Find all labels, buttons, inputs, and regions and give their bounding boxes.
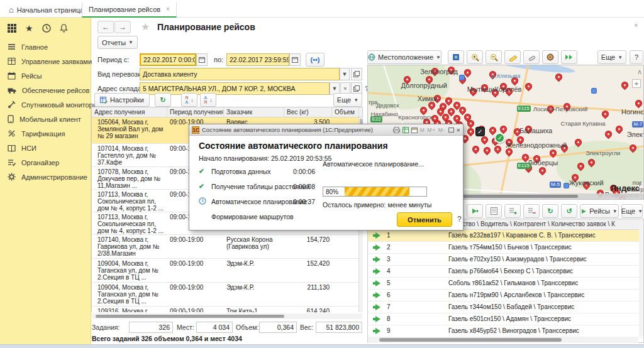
period-to-calendar-icon[interactable] — [289, 53, 301, 66]
vehicles-reload-icon[interactable]: ↺ — [561, 204, 577, 218]
sidebar-item[interactable]: Главное — [0, 40, 91, 54]
sidebar-item[interactable]: Администрирование — [0, 170, 91, 184]
vehicles-more-button[interactable]: Еще▼ — [621, 204, 643, 218]
sidebar-item-label: Обеспечение рейсов — [22, 87, 89, 94]
map-more-button[interactable]: Еще▼ — [597, 50, 626, 64]
sidebar-item[interactable]: Обеспечение рейсов — [0, 83, 91, 97]
form-close-icon[interactable]: × — [634, 21, 638, 29]
column-header-address[interactable]: Адрес получения — [92, 107, 167, 117]
orders-more-button[interactable]: Еще▼ — [333, 93, 362, 107]
trips-button[interactable]: Рейсы▼ — [580, 204, 619, 218]
map-pin-icon[interactable] — [482, 146, 492, 156]
map-pin-icon[interactable] — [603, 129, 613, 139]
map-pin-icon[interactable] — [537, 166, 547, 176]
dialog-help-button[interactable]: ? — [457, 215, 462, 224]
vehicle-row[interactable]: 9 Газель х845ур52 \ Виноградов \ Транссе… — [368, 325, 643, 337]
vehicle-row-number: 3 — [387, 256, 391, 263]
transport-dropdown-icon[interactable]: ▼ — [340, 68, 350, 80]
map-zoom-out-icon[interactable] — [486, 50, 502, 64]
map-help-button[interactable]: ? — [630, 50, 643, 64]
vehicle-row[interactable]: 5 Соболь т861ак52 \ Гильманов \ Транссер… — [368, 278, 643, 290]
sidebar-item[interactable]: Спутниковый мониторинг — [0, 97, 91, 112]
sidebar-item[interactable]: НСИ — [0, 141, 91, 155]
order-table-row[interactable]: 107140, Москва г, Гаврикова ул, дом № 2/… — [92, 235, 362, 259]
map-eraser-icon[interactable] — [523, 50, 540, 64]
sort-descending-icon[interactable]: АЯ↓ — [200, 93, 216, 107]
order-table-row[interactable]: 109316, Москва г, 09:00-19:00 Три Кита-1… — [92, 307, 362, 312]
vehicle-row[interactable]: 2 Газель т754мм150 \ Бычков \ Транссерви… — [368, 242, 643, 254]
map-zoom-plus-icon[interactable]: + — [632, 79, 641, 88]
vehicle-row-text: Газель в232вв197 \ Караванов С. В. \ Тра… — [448, 232, 596, 239]
orders-horizontal-scrollbar[interactable] — [92, 313, 362, 319]
cancel-button[interactable]: Отменить — [397, 212, 452, 227]
column-header-customer[interactable]: Заказчик — [224, 107, 284, 117]
open-document-icon[interactable] — [486, 204, 502, 218]
selected-warehouse-marker[interactable]: ✓ — [475, 127, 485, 136]
apps-grid-icon[interactable] — [8, 24, 16, 33]
sort-ascending-icon[interactable]: ЯА↓ — [181, 93, 197, 107]
start-planning-icon[interactable] — [467, 204, 483, 218]
map-fit-extent-icon[interactable] — [448, 50, 464, 64]
vehicles-refresh-icon[interactable]: ↻ — [542, 204, 558, 218]
sidebar-item[interactable]: Управление заявками — [0, 54, 91, 68]
calendar-icon[interactable] — [411, 127, 418, 133]
sidebar-item[interactable]: Рейсы — [0, 68, 91, 83]
chevron-down-icon: ▼ — [436, 55, 441, 60]
map-ruler-icon[interactable] — [504, 50, 521, 64]
period-from-field[interactable]: 22.02.2017 0:00:00 — [140, 53, 196, 66]
forward-button[interactable]: → — [114, 21, 131, 33]
transport-type-field[interactable]: Доставка клиенту — [140, 68, 340, 80]
tab-home[interactable]: ⌂ Начальная страница — [3, 2, 90, 18]
map-route-icon[interactable] — [561, 50, 577, 64]
spreadsheet-icon[interactable] — [402, 127, 409, 133]
vehicle-row[interactable]: 3 Газель е702ху150 \ Азизмурадов \ Транс… — [368, 254, 643, 266]
orders-refresh-icon[interactable]: ↻ — [155, 93, 171, 107]
map-pin-icon[interactable] — [634, 99, 644, 109]
order-table-row[interactable]: 109004, Москва г, Таганская ул, дом № 2.… — [92, 283, 362, 307]
vehicles-horizontal-scrollbar[interactable] — [368, 337, 638, 343]
vehicle-row[interactable]: 7 Газель т344ом150 \ Бабадей \ Транссерв… — [368, 302, 643, 313]
dialog-titlebar[interactable]: 1C Состояние автоматического планировани… — [189, 124, 463, 136]
history-clock-icon[interactable] — [42, 24, 51, 33]
order-table-row[interactable]: 109004, Москва г, Таганская ул, дом № 2.… — [92, 259, 362, 283]
add-group-icon[interactable] — [504, 204, 521, 218]
column-header-weight[interactable]: Вес (кг) — [284, 107, 332, 117]
period-interval-button[interactable]: (••) — [306, 53, 325, 67]
map-marker-style-icon[interactable] — [542, 50, 558, 64]
sidebar-item[interactable]: Мобильный клиент — [0, 112, 91, 126]
vehicles-vertical-scrollbar[interactable] — [639, 219, 643, 336]
orders-settings-button[interactable]: Настройки — [94, 93, 150, 107]
period-to-field[interactable]: 22.02.2017 23:59:59 — [226, 53, 289, 66]
vehicle-row[interactable]: 6 Газель н719рм90 \ Арсланбеков \ Трансс… — [368, 290, 643, 302]
map-zoom-in-icon[interactable] — [467, 50, 483, 64]
tab-trip-planning[interactable]: Планирование рейсов × — [82, 2, 177, 18]
back-button[interactable]: ← — [97, 21, 114, 33]
vehicle-row[interactable]: 8 Газель е501сн150 \ Адамян \ Транссерви… — [368, 313, 643, 325]
vehicle-row[interactable]: 1 Газель в232вв197 \ Караванов С. В. \ Т… — [368, 230, 643, 242]
column-header-period[interactable]: Период получения — [167, 107, 224, 117]
map-pin-icon[interactable] — [601, 109, 611, 119]
location-button[interactable]: Местоположение▼ — [367, 50, 441, 64]
column-header-volume[interactable]: Объем — [332, 107, 359, 117]
maximize-icon[interactable] — [448, 128, 454, 133]
confirmed-point-marker[interactable]: ✓ — [494, 133, 505, 143]
favorites-star-icon[interactable]: ★ — [25, 23, 33, 33]
map-pin-icon[interactable] — [614, 124, 625, 134]
tab-close-icon[interactable]: × — [166, 6, 170, 13]
map-pin-icon[interactable] — [471, 144, 481, 155]
reports-button[interactable]: Отчеты▼ — [97, 36, 138, 49]
map-scroll-up-icon[interactable]: ∧ — [637, 68, 642, 76]
dialog-close-icon[interactable]: × — [457, 126, 460, 134]
map-pin-icon[interactable] — [554, 72, 564, 82]
vehicle-row[interactable]: 4 Газель р766мо64 \ Бекхер С \ Транссерв… — [368, 266, 643, 278]
map-pin-icon[interactable] — [620, 80, 630, 90]
notifications-bell-icon[interactable] — [60, 24, 68, 33]
sidebar-item[interactable]: Органайзер — [0, 155, 91, 170]
sidebar-item[interactable]: Тарификация — [0, 126, 91, 141]
remove-group-icon[interactable] — [523, 204, 540, 218]
favorite-star-icon[interactable]: ★ — [141, 21, 150, 33]
memory-buttons[interactable]: M M+ M- — [420, 127, 446, 133]
print-icon[interactable] — [393, 127, 400, 133]
period-from-calendar-icon[interactable] — [196, 53, 208, 66]
transport-open-icon[interactable] — [351, 68, 362, 80]
